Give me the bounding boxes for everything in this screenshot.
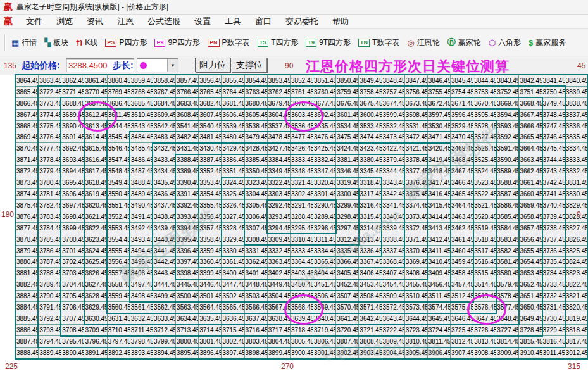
menu-item-4[interactable]: 公式选股 xyxy=(141,16,187,27)
gann-cell: 3575.45 xyxy=(450,302,473,313)
gann-cell: 3436.45 xyxy=(153,189,175,200)
toolbar-item-winner-wheel[interactable]: Ⓑ赢家轮 xyxy=(444,33,485,52)
sector-blocks-icon: ▚ xyxy=(44,38,51,47)
menu-item-3[interactable]: 江恩 xyxy=(110,16,141,27)
candlestick-icon: ϯʇ xyxy=(76,38,82,47)
toolbar-item-pn-badge[interactable]: PNP数字表 xyxy=(204,33,254,52)
menu-logo-icon: 赢 xyxy=(4,16,13,27)
menu-item-1[interactable]: 浏览 xyxy=(49,16,80,27)
gann-cell: 3428.45 xyxy=(244,143,267,154)
gann-cell: 3611.45 xyxy=(107,109,130,120)
gann-cell: 3846.45 xyxy=(427,75,450,87)
toolbar-item-sector-blocks[interactable]: ▚板块 xyxy=(41,33,72,52)
gann-cell: 3805.45 xyxy=(290,335,313,347)
gann-cell: 3393.45 xyxy=(176,211,199,222)
gann-cell: 3642.45 xyxy=(359,313,382,325)
gann-cell: 3427.45 xyxy=(267,143,290,154)
toolbar-item-quote-table[interactable]: ▦行情 xyxy=(8,33,41,52)
gann-cell: 3378.45 xyxy=(404,154,427,166)
gann-cell: 3698.45 xyxy=(61,211,84,222)
gann-cell: 3760.45 xyxy=(313,86,336,97)
gann-cell: 3669.45 xyxy=(496,97,519,109)
gann-cell: 3655.45 xyxy=(519,245,542,256)
gann-cell: 3451.45 xyxy=(313,279,336,291)
gann-cell: 3555.45 xyxy=(107,245,130,256)
gann-cell: 3834.45 xyxy=(565,143,587,154)
support-button[interactable]: 支撑位 xyxy=(232,58,267,72)
gann-cell: 3732.45 xyxy=(542,291,565,302)
gann-cell: 3390.45 xyxy=(176,177,199,189)
gann-cell: 3788.45 xyxy=(39,268,61,279)
gann-cell: 3501.45 xyxy=(199,291,222,302)
gann-cell: 3473.45 xyxy=(382,132,404,143)
gann-cell: 3336.45 xyxy=(359,245,382,256)
gann-cell: 3511.45 xyxy=(427,291,450,302)
toolbar-item-ts-badge[interactable]: TST四方形 xyxy=(254,33,303,52)
gann-cell: 3813.45 xyxy=(473,335,496,347)
gann-cell: 3758.45 xyxy=(359,86,382,97)
gann-cell: 3365.45 xyxy=(313,256,336,268)
toolbar-item-tn-badge[interactable]: TNT数字表 xyxy=(354,33,403,52)
menu-item-9[interactable]: 帮助 xyxy=(325,16,356,27)
gann-cell: 3894.45 xyxy=(153,347,175,358)
gann-cell: 3480.45 xyxy=(222,132,244,143)
toolbar-item-ps-badge[interactable]: PSP四方形 xyxy=(101,33,151,52)
gann-cell: 3490.45 xyxy=(130,199,153,211)
toolbar-item-p9-badge[interactable]: P99P四方形 xyxy=(151,33,204,52)
toolbar-item-service-dollar[interactable]: $赢家服务 xyxy=(525,33,570,52)
gann-cell: 3545.45 xyxy=(107,132,130,143)
gann-cell: 3456.45 xyxy=(427,279,450,291)
gann-cell: 3468.45 xyxy=(450,154,473,166)
toolbar-item-gann-wheel[interactable]: ◎江恩轮 xyxy=(403,33,443,52)
gann-cell: 3701.45 xyxy=(61,245,84,256)
gann-cell: 3733.45 xyxy=(542,279,565,291)
gann-cell: 3769.45 xyxy=(107,86,130,97)
angle-label-0: 0 xyxy=(577,210,581,219)
gann-cell: 3783.45 xyxy=(39,211,61,222)
gann-wheel-icon: ◎ xyxy=(407,38,414,47)
gann-cell: 3616.45 xyxy=(84,154,107,166)
gann-cell: 3361.45 xyxy=(222,256,244,268)
gann-cell: 3582.45 xyxy=(496,245,519,256)
step-select[interactable]: ▼ xyxy=(137,58,178,72)
gann-cell: 3344.45 xyxy=(382,166,404,177)
gann-cell: 3440.45 xyxy=(153,234,175,245)
gann-cell: 3337.45 xyxy=(382,245,404,256)
gann-cell: 3652.45 xyxy=(519,279,542,291)
angle-label-135: 135 xyxy=(4,61,16,70)
gann-cell: 3438.45 xyxy=(153,211,175,222)
gann-cell: 3498.45 xyxy=(130,291,153,302)
angle-label-90: 90 xyxy=(285,61,293,70)
gann-cell: 3310.45 xyxy=(290,234,313,245)
gann-cell: 3859.45 xyxy=(130,75,153,87)
gann-cell: 3495.45 xyxy=(130,256,153,268)
gann-cell: 3435.45 xyxy=(153,177,175,189)
angle-label-270: 270 xyxy=(281,362,294,371)
menu-item-6[interactable]: 工具 xyxy=(218,16,248,27)
menu-item-5[interactable]: 设置 xyxy=(187,16,218,27)
toolbar-item-candlestick[interactable]: ϯʇK线 xyxy=(72,33,101,52)
gann-cell: 3757.45 xyxy=(382,86,404,97)
gann-cell: 3535.45 xyxy=(313,120,336,132)
gann-cell: 3802.45 xyxy=(222,335,244,347)
gann-cell: 3410.45 xyxy=(427,256,450,268)
gann-cell: 3333.45 xyxy=(290,245,313,256)
menu-item-0[interactable]: 文件 xyxy=(19,16,49,27)
gann-cell: 3373.45 xyxy=(404,211,427,222)
gann-cell: 3791.45 xyxy=(39,302,61,313)
gann-cell: 3573.45 xyxy=(404,302,427,313)
gann-cell: 3594.45 xyxy=(496,109,519,120)
gann-cell: 3557.45 xyxy=(107,268,130,279)
toolbar-item-label: 六角形 xyxy=(498,37,521,48)
gann-cell: 3886.45 xyxy=(16,324,39,335)
chevron-down-icon[interactable]: ▼ xyxy=(167,59,178,72)
gann-cell: 3875.45 xyxy=(16,199,39,211)
toolbar-item-hexagon[interactable]: ⬡六角形 xyxy=(485,33,525,52)
menu-item-2[interactable]: 资讯 xyxy=(80,16,110,27)
gann-cell: 3676.45 xyxy=(336,97,359,109)
menu-item-8[interactable]: 交易委托 xyxy=(278,16,325,27)
menu-item-7[interactable]: 窗口 xyxy=(248,16,278,27)
resistance-button[interactable]: 阻力位 xyxy=(195,58,230,72)
gann-cell: 3515.45 xyxy=(473,268,496,279)
toolbar-item-t9-badge[interactable]: T99T四方形 xyxy=(302,33,354,52)
